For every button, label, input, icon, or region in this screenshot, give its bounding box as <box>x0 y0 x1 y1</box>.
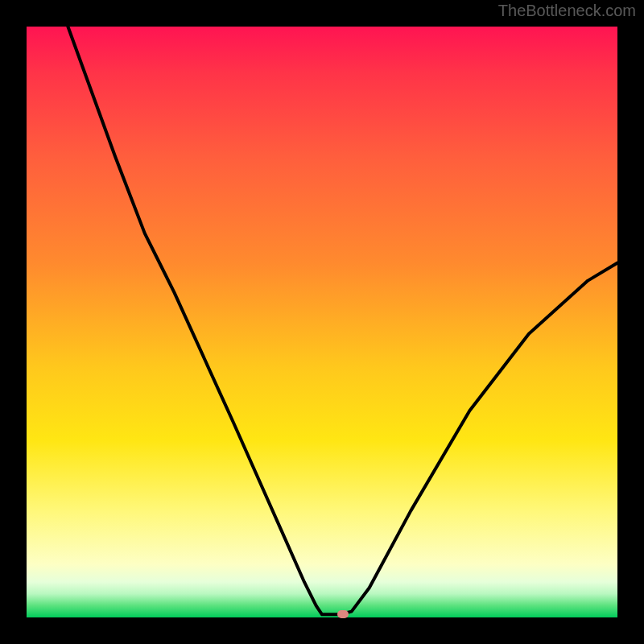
watermark-text: TheBottleneck.com <box>498 2 636 20</box>
minimum-marker <box>337 610 349 618</box>
plot-area <box>27 27 617 617</box>
bottleneck-curve <box>27 27 617 617</box>
